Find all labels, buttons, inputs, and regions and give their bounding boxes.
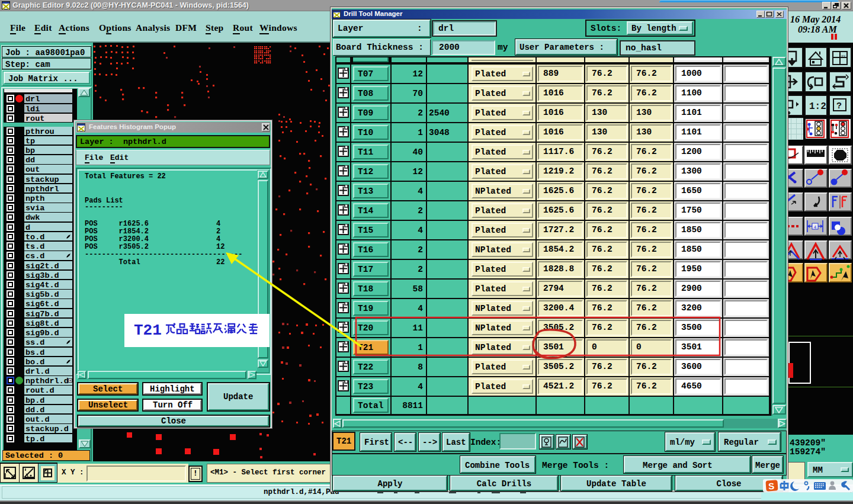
svg-text:S: S: [768, 481, 774, 492]
svg-text:T21: T21: [134, 322, 162, 339]
